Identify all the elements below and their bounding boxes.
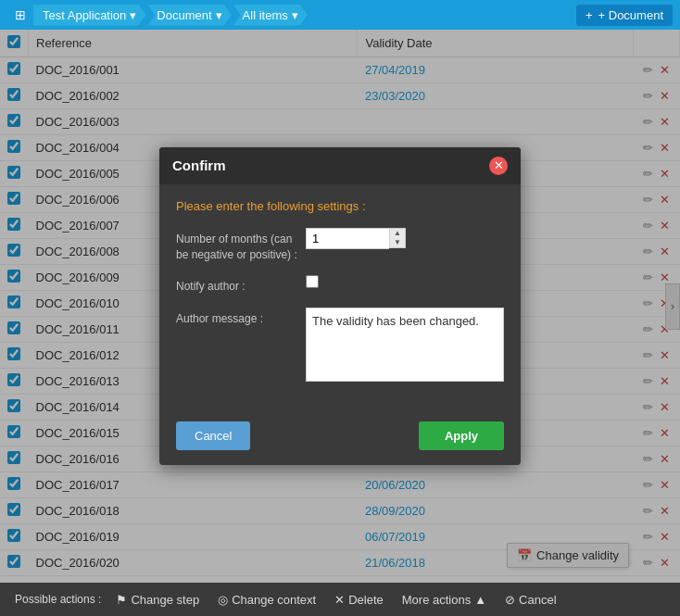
- possible-actions-label: Possible actions :: [9, 593, 107, 606]
- modal-footer: Cancel Apply: [159, 412, 521, 465]
- notify-label: Notify author :: [176, 275, 306, 295]
- author-message-label: Author message :: [176, 308, 306, 327]
- modal-header: Confirm ✕: [159, 147, 521, 184]
- chevron-icon: ▾: [130, 8, 136, 22]
- change-context-icon: ◎: [218, 593, 228, 607]
- notify-control: [306, 275, 504, 288]
- close-icon: ✕: [494, 158, 504, 172]
- modal-title: Confirm: [172, 157, 226, 173]
- modal-close-button[interactable]: ✕: [489, 157, 508, 175]
- months-row: Number of months (can be negative or pos…: [176, 228, 504, 263]
- author-message-row: Author message : The validity has been c…: [176, 308, 504, 384]
- months-input[interactable]: [306, 228, 389, 249]
- modal-overlay: Confirm ✕ Please enter the following set…: [0, 30, 680, 583]
- change-step-button[interactable]: ⚑ Change step: [107, 593, 208, 607]
- delete-icon: ✕: [334, 593, 345, 607]
- nav-test-application[interactable]: Test Application ▾: [33, 5, 145, 26]
- more-actions-button[interactable]: More actions ▲: [393, 593, 496, 607]
- nav-all-items[interactable]: All items ▾: [233, 5, 308, 26]
- bottom-bar: Possible actions : ⚑ Change step ◎ Chang…: [0, 583, 680, 616]
- number-input-wrap: ▲ ▼: [306, 228, 504, 249]
- add-document-button[interactable]: + + Document: [576, 5, 673, 26]
- author-message-control: The validity has been changed.: [306, 308, 504, 384]
- chevron-icon: ▾: [292, 8, 298, 22]
- cancel-action-button[interactable]: ⊘ Cancel: [496, 593, 565, 607]
- chevron-icon: ▾: [216, 8, 222, 22]
- apply-button[interactable]: Apply: [419, 421, 504, 450]
- notify-checkbox[interactable]: [306, 275, 319, 288]
- months-control: ▲ ▼: [306, 228, 504, 249]
- more-actions-icon: ▲: [474, 593, 486, 607]
- spin-down-button[interactable]: ▼: [390, 238, 405, 247]
- cancel-button[interactable]: Cancel: [176, 421, 250, 450]
- breadcrumb: Test Application ▾ Document ▾ All items …: [33, 5, 308, 26]
- delete-button[interactable]: ✕ Delete: [325, 593, 393, 607]
- modal-body: Please enter the following settings : Nu…: [159, 184, 521, 412]
- plus-icon: +: [586, 8, 593, 22]
- change-context-button[interactable]: ◎ Change context: [208, 593, 325, 607]
- nav-document[interactable]: Document ▾: [147, 5, 231, 26]
- main-area: Reference Validity Date DOC_2016/001 27/…: [0, 30, 680, 583]
- change-step-icon: ⚑: [116, 593, 127, 607]
- spin-buttons: ▲ ▼: [389, 228, 406, 248]
- author-message-textarea[interactable]: The validity has been changed.: [306, 308, 504, 382]
- confirm-modal: Confirm ✕ Please enter the following set…: [159, 147, 521, 465]
- months-label: Number of months (can be negative or pos…: [176, 228, 306, 263]
- spin-up-button[interactable]: ▲: [390, 229, 405, 238]
- app-icon-button[interactable]: ⊞: [7, 4, 33, 26]
- top-nav: ⊞ Test Application ▾ Document ▾ All item…: [0, 0, 680, 30]
- modal-subtitle: Please enter the following settings :: [176, 199, 504, 213]
- cancel-icon: ⊘: [505, 593, 515, 607]
- notify-row: Notify author :: [176, 275, 504, 295]
